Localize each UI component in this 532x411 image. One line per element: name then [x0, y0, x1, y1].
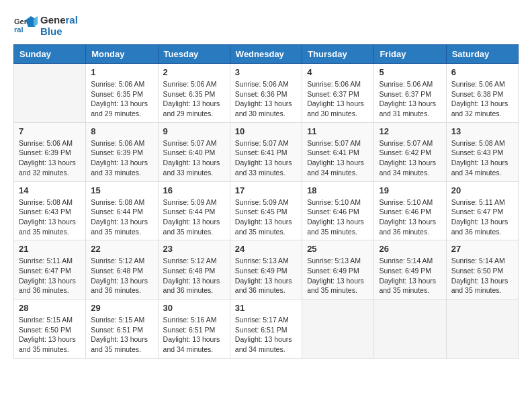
day-number: 2 [163, 67, 225, 77]
day-number: 26 [379, 244, 441, 254]
calendar-cell: 15Sunrise: 5:08 AM Sunset: 6:44 PM Dayli… [86, 181, 158, 240]
day-number: 13 [451, 126, 513, 136]
calendar-cell: 2Sunrise: 5:06 AM Sunset: 6:35 PM Daylig… [158, 64, 230, 123]
day-number: 11 [307, 126, 369, 136]
day-number: 19 [379, 185, 441, 195]
day-number: 23 [163, 244, 225, 254]
day-header-sunday: Sunday [14, 45, 86, 64]
day-info: Sunrise: 5:14 AM Sunset: 6:49 PM Dayligh… [379, 256, 441, 295]
page-header: Gene ral General Blue [13, 13, 519, 38]
calendar-cell: 28Sunrise: 5:15 AM Sunset: 6:50 PM Dayli… [14, 300, 86, 359]
calendar-week-4: 21Sunrise: 5:11 AM Sunset: 6:47 PM Dayli… [14, 240, 519, 300]
day-info: Sunrise: 5:17 AM Sunset: 6:51 PM Dayligh… [235, 315, 297, 355]
day-header-monday: Monday [86, 45, 158, 64]
day-number: 17 [235, 185, 297, 195]
calendar-week-3: 14Sunrise: 5:08 AM Sunset: 6:43 PM Dayli… [14, 181, 519, 240]
calendar-cell: 12Sunrise: 5:07 AM Sunset: 6:42 PM Dayli… [374, 122, 446, 181]
day-info: Sunrise: 5:08 AM Sunset: 6:43 PM Dayligh… [19, 197, 81, 237]
calendar-cell: 26Sunrise: 5:14 AM Sunset: 6:49 PM Dayli… [374, 240, 446, 300]
day-info: Sunrise: 5:13 AM Sunset: 6:49 PM Dayligh… [235, 256, 297, 295]
logo-svg: Gene ral [13, 13, 38, 38]
day-info: Sunrise: 5:06 AM Sunset: 6:38 PM Dayligh… [451, 79, 513, 119]
calendar-week-5: 28Sunrise: 5:15 AM Sunset: 6:50 PM Dayli… [14, 300, 519, 359]
calendar-cell: 13Sunrise: 5:08 AM Sunset: 6:43 PM Dayli… [446, 122, 518, 181]
day-number: 7 [19, 126, 81, 136]
day-number: 30 [163, 303, 225, 313]
calendar-cell: 21Sunrise: 5:11 AM Sunset: 6:47 PM Dayli… [14, 240, 86, 300]
day-info: Sunrise: 5:09 AM Sunset: 6:44 PM Dayligh… [163, 197, 225, 237]
calendar-cell: 22Sunrise: 5:12 AM Sunset: 6:48 PM Dayli… [86, 240, 158, 300]
day-number: 8 [91, 126, 152, 136]
logo-text-blue: Blue [40, 26, 78, 37]
logo: Gene ral General Blue [13, 13, 78, 38]
day-number: 6 [451, 67, 513, 77]
day-number: 18 [307, 185, 369, 195]
calendar-cell: 25Sunrise: 5:13 AM Sunset: 6:49 PM Dayli… [302, 240, 374, 300]
day-number: 5 [379, 67, 441, 77]
day-info: Sunrise: 5:08 AM Sunset: 6:43 PM Dayligh… [451, 138, 513, 178]
calendar-cell: 11Sunrise: 5:07 AM Sunset: 6:41 PM Dayli… [302, 122, 374, 181]
logo-text-general: General [40, 14, 78, 26]
calendar-cell [14, 64, 86, 123]
day-info: Sunrise: 5:12 AM Sunset: 6:48 PM Dayligh… [163, 256, 225, 295]
calendar-cell: 10Sunrise: 5:07 AM Sunset: 6:41 PM Dayli… [230, 122, 302, 181]
calendar-cell [374, 300, 446, 359]
day-info: Sunrise: 5:15 AM Sunset: 6:51 PM Dayligh… [91, 315, 152, 355]
day-number: 21 [19, 244, 81, 254]
day-info: Sunrise: 5:07 AM Sunset: 6:41 PM Dayligh… [307, 138, 369, 178]
day-number: 1 [91, 67, 152, 77]
calendar-cell: 31Sunrise: 5:17 AM Sunset: 6:51 PM Dayli… [230, 300, 302, 359]
day-info: Sunrise: 5:11 AM Sunset: 6:47 PM Dayligh… [19, 256, 81, 295]
calendar-week-2: 7Sunrise: 5:06 AM Sunset: 6:39 PM Daylig… [14, 122, 519, 181]
day-info: Sunrise: 5:07 AM Sunset: 6:42 PM Dayligh… [379, 138, 441, 178]
day-number: 9 [163, 126, 225, 136]
day-info: Sunrise: 5:07 AM Sunset: 6:41 PM Dayligh… [235, 138, 297, 178]
calendar-cell: 4Sunrise: 5:06 AM Sunset: 6:37 PM Daylig… [302, 64, 374, 123]
day-number: 24 [235, 244, 297, 254]
day-info: Sunrise: 5:08 AM Sunset: 6:44 PM Dayligh… [91, 197, 152, 237]
day-number: 20 [451, 185, 513, 195]
calendar-cell: 20Sunrise: 5:11 AM Sunset: 6:47 PM Dayli… [446, 181, 518, 240]
day-info: Sunrise: 5:06 AM Sunset: 6:39 PM Dayligh… [19, 138, 81, 178]
day-info: Sunrise: 5:06 AM Sunset: 6:37 PM Dayligh… [307, 79, 369, 119]
day-number: 15 [91, 185, 152, 195]
day-info: Sunrise: 5:10 AM Sunset: 6:46 PM Dayligh… [379, 197, 441, 237]
calendar-cell: 17Sunrise: 5:09 AM Sunset: 6:45 PM Dayli… [230, 181, 302, 240]
calendar-cell: 23Sunrise: 5:12 AM Sunset: 6:48 PM Dayli… [158, 240, 230, 300]
day-info: Sunrise: 5:10 AM Sunset: 6:46 PM Dayligh… [307, 197, 369, 237]
calendar-cell: 19Sunrise: 5:10 AM Sunset: 6:46 PM Dayli… [374, 181, 446, 240]
calendar-cell: 18Sunrise: 5:10 AM Sunset: 6:46 PM Dayli… [302, 181, 374, 240]
calendar-cell: 27Sunrise: 5:14 AM Sunset: 6:50 PM Dayli… [446, 240, 518, 300]
calendar-cell: 30Sunrise: 5:16 AM Sunset: 6:51 PM Dayli… [158, 300, 230, 359]
calendar-cell: 6Sunrise: 5:06 AM Sunset: 6:38 PM Daylig… [446, 64, 518, 123]
svg-text:ral: ral [14, 26, 23, 34]
day-number: 4 [307, 67, 369, 77]
day-info: Sunrise: 5:06 AM Sunset: 6:37 PM Dayligh… [379, 79, 441, 119]
day-header-saturday: Saturday [446, 45, 518, 64]
day-info: Sunrise: 5:15 AM Sunset: 6:50 PM Dayligh… [19, 315, 81, 355]
day-number: 16 [163, 185, 225, 195]
day-number: 27 [451, 244, 513, 254]
day-info: Sunrise: 5:16 AM Sunset: 6:51 PM Dayligh… [163, 315, 225, 355]
day-info: Sunrise: 5:13 AM Sunset: 6:49 PM Dayligh… [307, 256, 369, 295]
calendar-table: SundayMondayTuesdayWednesdayThursdayFrid… [13, 44, 519, 359]
calendar-cell: 9Sunrise: 5:07 AM Sunset: 6:40 PM Daylig… [158, 122, 230, 181]
calendar-cell: 7Sunrise: 5:06 AM Sunset: 6:39 PM Daylig… [14, 122, 86, 181]
day-header-thursday: Thursday [302, 45, 374, 64]
calendar-cell [302, 300, 374, 359]
day-number: 25 [307, 244, 369, 254]
day-header-tuesday: Tuesday [158, 45, 230, 64]
calendar-cell: 3Sunrise: 5:06 AM Sunset: 6:36 PM Daylig… [230, 64, 302, 123]
day-info: Sunrise: 5:06 AM Sunset: 6:36 PM Dayligh… [235, 79, 297, 119]
calendar-cell: 5Sunrise: 5:06 AM Sunset: 6:37 PM Daylig… [374, 64, 446, 123]
day-number: 14 [19, 185, 81, 195]
day-info: Sunrise: 5:12 AM Sunset: 6:48 PM Dayligh… [91, 256, 152, 295]
calendar-cell: 24Sunrise: 5:13 AM Sunset: 6:49 PM Dayli… [230, 240, 302, 300]
day-info: Sunrise: 5:06 AM Sunset: 6:35 PM Dayligh… [163, 79, 225, 119]
day-info: Sunrise: 5:11 AM Sunset: 6:47 PM Dayligh… [451, 197, 513, 237]
day-info: Sunrise: 5:09 AM Sunset: 6:45 PM Dayligh… [235, 197, 297, 237]
calendar-cell: 1Sunrise: 5:06 AM Sunset: 6:35 PM Daylig… [86, 64, 158, 123]
day-number: 31 [235, 303, 297, 313]
calendar-cell: 14Sunrise: 5:08 AM Sunset: 6:43 PM Dayli… [14, 181, 86, 240]
day-header-wednesday: Wednesday [230, 45, 302, 64]
